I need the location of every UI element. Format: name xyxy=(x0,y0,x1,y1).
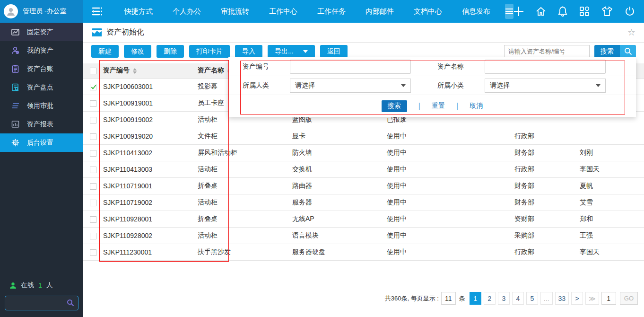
print-card-button[interactable]: 打印卡片 xyxy=(189,45,230,58)
asset-code-input[interactable] xyxy=(290,60,411,74)
table-row[interactable]: SJKP100919020文件柜显卡使用中行政部 xyxy=(83,128,644,144)
row-checkbox-cell[interactable] xyxy=(83,227,99,244)
sidebar-item-7[interactable]: 后台设置 xyxy=(0,133,83,152)
page-button-3[interactable]: 3 xyxy=(498,292,510,305)
collapse-menu-icon[interactable] xyxy=(91,6,103,17)
nav-item-2[interactable]: 个人办公 xyxy=(163,0,211,23)
asset-code-cell: SJKP111230001 xyxy=(99,244,194,260)
table-row[interactable]: SJKP110928002活动柜语言模块使用中采购部王强 xyxy=(83,227,644,244)
row-checkbox[interactable] xyxy=(90,183,96,190)
row-checkbox[interactable] xyxy=(90,84,96,90)
asset-code-cell: SJKP110928002 xyxy=(99,227,194,244)
page-size-input[interactable] xyxy=(441,292,456,305)
row-checkbox[interactable] xyxy=(90,150,96,157)
row-checkbox[interactable] xyxy=(90,200,96,206)
row-checkbox-cell[interactable] xyxy=(83,194,99,211)
row-checkbox-cell[interactable] xyxy=(83,78,99,95)
pagination-total: 共360条, 每页显示 : xyxy=(385,294,439,303)
row-checkbox-cell[interactable] xyxy=(83,144,99,161)
back-button[interactable]: 返回 xyxy=(320,45,348,58)
select-all-checkbox[interactable] xyxy=(90,68,96,74)
page-button-4[interactable]: 4 xyxy=(512,292,524,305)
next-page-button[interactable]: > xyxy=(571,292,583,305)
search-button[interactable]: 搜索 xyxy=(594,45,620,58)
nav-more-button[interactable] xyxy=(505,4,513,19)
last-page-button[interactable]: ≫ xyxy=(585,292,599,305)
column-header-1[interactable]: 资产编号 xyxy=(99,63,194,78)
asset-code-cell: SJKP110719002 xyxy=(99,194,194,211)
user-segment[interactable]: 管理员 -办公室 xyxy=(0,0,83,23)
status-cell: 使用中 xyxy=(383,211,511,227)
row-checkbox[interactable] xyxy=(90,249,96,256)
row-checkbox[interactable] xyxy=(90,216,96,223)
sidebar-item-6[interactable]: 资产报表 xyxy=(0,115,83,133)
row-checkbox-cell[interactable] xyxy=(83,177,99,194)
page-button-5[interactable]: 5 xyxy=(526,292,538,305)
sidebar-item-3[interactable]: 资产台账 xyxy=(0,60,83,78)
panel-reset-button[interactable]: 重置 xyxy=(432,102,445,110)
panel-cancel-button[interactable]: 取消 xyxy=(470,102,483,110)
table-row[interactable]: SJKP110719002活动柜服务器使用中财务部艾雪 xyxy=(83,194,644,211)
sidebar-search-icon[interactable] xyxy=(67,299,74,307)
panel-search-button[interactable]: 搜索 xyxy=(382,100,407,112)
page-button-2[interactable]: 2 xyxy=(484,292,496,305)
page-ellipsis: ... xyxy=(540,292,553,305)
go-button[interactable]: GO xyxy=(620,292,638,305)
row-checkbox[interactable] xyxy=(90,133,96,140)
search-magnifier-icon[interactable] xyxy=(620,45,636,58)
row-checkbox[interactable] xyxy=(90,167,96,173)
row-checkbox[interactable] xyxy=(90,233,96,239)
row-checkbox-cell[interactable] xyxy=(83,211,99,227)
nav-item-7[interactable]: 文档中心 xyxy=(404,0,452,23)
row-checkbox-cell[interactable] xyxy=(83,95,99,111)
asset-name-label: 资产名称 xyxy=(437,62,485,71)
table-row[interactable]: SJKP110413003活动柜交换机使用中行政部李国天 xyxy=(83,161,644,177)
row-checkbox-cell[interactable] xyxy=(83,111,99,128)
favorite-star-icon[interactable]: ☆ xyxy=(627,27,635,38)
row-checkbox[interactable] xyxy=(90,100,96,107)
page-button-33[interactable]: 33 xyxy=(555,292,569,305)
major-category-select[interactable]: 请选择 xyxy=(290,79,411,93)
department-cell: 行政部 xyxy=(511,161,576,177)
row-checkbox-cell[interactable] xyxy=(83,128,99,144)
table-row[interactable]: SJKP110719001折叠桌路由器使用中财务部夏帆 xyxy=(83,177,644,194)
sidebar-item-label: 固定资产 xyxy=(27,28,53,36)
nav-item-3[interactable]: 审批流转 xyxy=(211,0,259,23)
row-checkbox-cell[interactable] xyxy=(83,161,99,177)
power-icon[interactable] xyxy=(625,6,635,17)
delete-button[interactable]: 删除 xyxy=(157,45,184,58)
nav-item-6[interactable]: 内部邮件 xyxy=(356,0,404,23)
table-row[interactable]: SJKP110928001折叠桌无线AP使用中资财部郑和 xyxy=(83,211,644,227)
goto-page-input[interactable] xyxy=(601,292,616,305)
avatar[interactable] xyxy=(4,4,18,18)
sidebar-item-label: 资产盘点 xyxy=(27,83,53,92)
sidebar-item-1[interactable]: 固定资产 xyxy=(0,23,83,41)
nav-item-5[interactable]: 工作任务 xyxy=(307,0,356,23)
edit-button[interactable]: 修改 xyxy=(124,45,151,58)
table-row[interactable]: SJKP110413002屏风和活动柜防火墙使用中财务部刘刚 xyxy=(83,144,644,161)
nav-item-4[interactable]: 工作中心 xyxy=(259,0,307,23)
topbar: 管理员 -办公室 快捷方式个人办公审批流转工作中心工作任务内部邮件文档中心信息发… xyxy=(0,0,644,23)
sidebar-item-5[interactable]: 领用审批 xyxy=(0,97,83,115)
asset-name-input[interactable] xyxy=(485,60,606,74)
bell-icon[interactable] xyxy=(558,6,567,17)
nav-item-1[interactable]: 快捷方式 xyxy=(114,0,163,23)
export-dropdown-button[interactable]: 导出... xyxy=(268,45,315,58)
sidebar-item-4[interactable]: 资产盘点 xyxy=(0,78,83,97)
row-checkbox-cell[interactable] xyxy=(83,244,99,260)
home-icon[interactable] xyxy=(536,6,546,17)
asset-search-input[interactable] xyxy=(504,45,590,58)
page-button-1[interactable]: 1 xyxy=(470,292,481,305)
row-checkbox[interactable] xyxy=(90,117,96,123)
import-button[interactable]: 导入 xyxy=(235,45,262,58)
sidebar-item-2[interactable]: 我的资产 xyxy=(0,41,83,60)
user-cell: 郑和 xyxy=(576,211,644,227)
plus-icon[interactable] xyxy=(513,6,524,17)
minor-category-select[interactable]: 请选择 xyxy=(485,79,606,93)
sort-icon[interactable] xyxy=(133,68,137,74)
shirt-icon[interactable] xyxy=(601,6,613,17)
apps-icon[interactable] xyxy=(579,6,590,17)
new-button[interactable]: 新建 xyxy=(91,45,119,58)
table-row[interactable]: SJKP111230001扶手黑沙发服务器硬盘使用中行政部李国天 xyxy=(83,244,644,260)
nav-item-8[interactable]: 信息发布 xyxy=(452,0,500,23)
